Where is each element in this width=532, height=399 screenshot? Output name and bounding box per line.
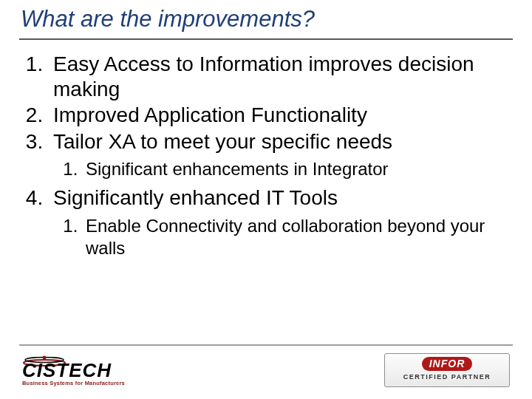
list-item-text: Improved Application Functionality — [53, 103, 367, 126]
cistech-tagline: Business Systems for Manufacturers — [22, 380, 125, 386]
list-item: Enable Connectivity and collaboration be… — [83, 215, 510, 260]
list-item: Significantly enhanced IT Tools Enable C… — [49, 185, 510, 260]
list-item-text: Enable Connectivity and collaboration be… — [86, 216, 485, 259]
list-item: Significant enhancements in Integrator — [83, 158, 510, 181]
cistech-name: CISTECH — [22, 359, 112, 382]
improvements-list: Easy Access to Information improves deci… — [15, 52, 510, 260]
list-item: Improved Application Functionality — [49, 103, 510, 128]
infor-partner-badge: INFOR CERTIFIED PARTNER — [384, 353, 510, 387]
cistech-logo: CISTECH Business Systems for Manufacture… — [22, 352, 148, 389]
slide-title: What are the improvements? — [21, 6, 511, 35]
slide-body: Easy Access to Information improves deci… — [15, 52, 510, 265]
infor-sub: CERTIFIED PARTNER — [389, 373, 505, 381]
sub-list: Significant enhancements in Integrator — [53, 158, 510, 181]
list-item-text: Easy Access to Information improves deci… — [53, 52, 474, 100]
list-item-text: Significantly enhanced IT Tools — [53, 186, 338, 209]
title-underline — [19, 38, 513, 40]
sub-list: Enable Connectivity and collaboration be… — [53, 215, 510, 260]
list-item: Easy Access to Information improves deci… — [49, 52, 510, 101]
footer-divider — [19, 344, 513, 346]
slide: What are the improvements? Easy Access t… — [0, 0, 532, 399]
list-item: Tailor XA to meet your specific needs Si… — [49, 129, 510, 181]
list-item-text: Significant enhancements in Integrator — [86, 159, 389, 179]
infor-name: INFOR — [422, 357, 473, 371]
list-item-text: Tailor XA to meet your specific needs — [53, 130, 392, 153]
